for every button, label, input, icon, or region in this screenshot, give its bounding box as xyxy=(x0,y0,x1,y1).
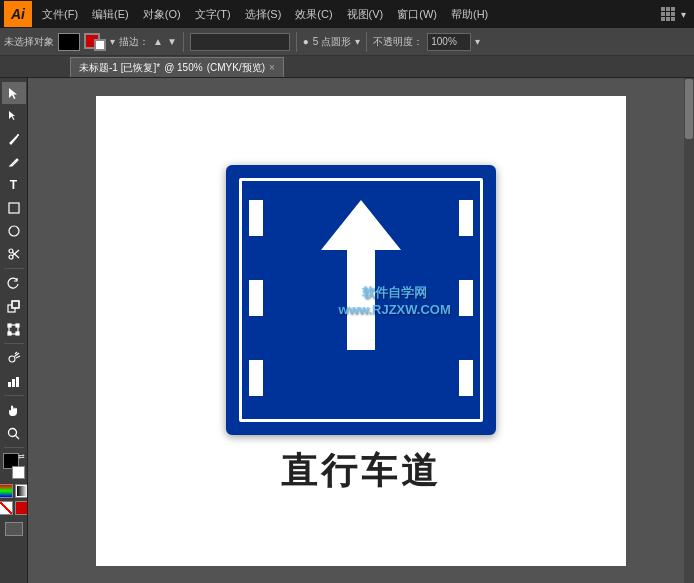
stroke-indicator[interactable] xyxy=(84,33,106,51)
tool-separator-1 xyxy=(4,268,24,269)
tool-separator-4 xyxy=(4,447,24,448)
svg-line-21 xyxy=(15,352,17,354)
ellipse-tool[interactable] xyxy=(2,220,26,242)
screen-mode-icon[interactable] xyxy=(5,522,23,536)
tab-colormode: (CMYK/预览) xyxy=(207,61,265,75)
document-canvas: 软件自学网 www.RJZXW.COM 直行车道 xyxy=(96,96,626,566)
svg-rect-11 xyxy=(12,301,19,308)
main-layout: T xyxy=(0,78,694,583)
point-dropdown[interactable]: ▾ xyxy=(355,36,360,47)
symbol-sprayer-tool[interactable] xyxy=(2,347,26,369)
type-tool[interactable]: T xyxy=(2,174,26,196)
toolbar-divider-3 xyxy=(366,32,367,52)
svg-rect-14 xyxy=(8,324,11,327)
gradient-icon[interactable] xyxy=(15,484,29,498)
color-swatches: ⇄ xyxy=(2,453,26,479)
svg-marker-1 xyxy=(9,111,15,120)
stroke-label: 描边： xyxy=(119,35,149,49)
svg-line-20 xyxy=(16,356,20,358)
scrollbar-thumb[interactable] xyxy=(685,79,693,139)
dash-right-2 xyxy=(459,280,473,316)
hand-tool[interactable] xyxy=(2,399,26,421)
tab-bar: 未标题-1 [已恢复]* @ 150% (CMYK/预览) × xyxy=(0,56,694,78)
none-color-icon[interactable] xyxy=(0,501,13,515)
stroke-up-arrow[interactable]: ▲ xyxy=(153,36,163,47)
fill-color-swatch[interactable] xyxy=(58,33,80,51)
tab-filename: 未标题-1 [已恢复]* xyxy=(79,61,160,75)
opacity-input[interactable] xyxy=(427,33,471,51)
color-mode-buttons xyxy=(0,484,28,498)
dash-right-3 xyxy=(459,360,473,396)
zoom-tool[interactable] xyxy=(2,422,26,444)
column-graph-tool[interactable] xyxy=(2,370,26,392)
toolbar-divider-2 xyxy=(296,32,297,52)
dropdown-arrow-workspace[interactable]: ▾ xyxy=(681,9,686,20)
menu-help[interactable]: 帮助(H) xyxy=(445,5,494,24)
svg-point-25 xyxy=(9,428,17,436)
canvas-area: 软件自学网 www.RJZXW.COM 直行车道 xyxy=(28,78,694,583)
svg-line-3 xyxy=(16,160,17,161)
arrow-head xyxy=(321,200,401,250)
menu-effect[interactable]: 效果(C) xyxy=(289,5,338,24)
object-status-label: 未选择对象 xyxy=(4,35,54,49)
svg-rect-16 xyxy=(8,332,11,335)
app-logo: Ai xyxy=(4,1,32,27)
sign-title: 直行车道 xyxy=(281,447,441,496)
menu-object[interactable]: 对象(O) xyxy=(137,5,187,24)
point-size-label: 5 点圆形 xyxy=(313,35,351,49)
point-label: ● xyxy=(303,36,309,47)
scale-tool[interactable] xyxy=(2,295,26,317)
free-transform-tool[interactable] xyxy=(2,318,26,340)
menu-bar: 文件(F) 编辑(E) 对象(O) 文字(T) 选择(S) 效果(C) 视图(V… xyxy=(36,5,661,24)
svg-point-2 xyxy=(17,134,19,136)
menu-edit[interactable]: 编辑(E) xyxy=(86,5,135,24)
rectangle-tool[interactable] xyxy=(2,197,26,219)
rotate-tool[interactable] xyxy=(2,272,26,294)
red-indicator[interactable] xyxy=(15,501,29,515)
direct-selection-tool[interactable] xyxy=(2,105,26,127)
svg-line-26 xyxy=(16,435,20,439)
opacity-dropdown[interactable]: ▾ xyxy=(475,36,480,47)
svg-rect-22 xyxy=(8,382,11,387)
tool-separator-2 xyxy=(4,343,24,344)
menu-select[interactable]: 选择(S) xyxy=(239,5,288,24)
svg-rect-24 xyxy=(16,377,19,387)
dash-left-2 xyxy=(249,280,263,316)
menu-view[interactable]: 视图(V) xyxy=(341,5,390,24)
dropdown-arrow-fill[interactable]: ▾ xyxy=(110,36,115,47)
document-tab[interactable]: 未标题-1 [已恢复]* @ 150% (CMYK/预览) × xyxy=(70,57,284,77)
menu-window[interactable]: 窗口(W) xyxy=(391,5,443,24)
svg-point-18 xyxy=(9,356,15,362)
svg-rect-23 xyxy=(12,379,15,387)
tab-zoom: @ 150% xyxy=(164,62,203,73)
svg-rect-4 xyxy=(9,203,19,213)
direction-arrow xyxy=(321,200,401,350)
vertical-scrollbar[interactable] xyxy=(684,78,694,583)
dash-left-1 xyxy=(249,200,263,236)
menu-text[interactable]: 文字(T) xyxy=(189,5,237,24)
selection-tool[interactable] xyxy=(2,82,26,104)
scissors-tool[interactable] xyxy=(2,243,26,265)
options-toolbar: 未选择对象 ▾ 描边： ▲ ▼ ● 5 点圆形 ▾ 不透明度： ▾ xyxy=(0,28,694,56)
toolbar-divider-1 xyxy=(183,32,184,52)
svg-point-5 xyxy=(9,226,19,236)
road-sign-container: 软件自学网 www.RJZXW.COM 直行车道 xyxy=(226,165,496,496)
menu-file[interactable]: 文件(F) xyxy=(36,5,84,24)
background-color[interactable] xyxy=(12,466,25,479)
svg-rect-15 xyxy=(16,324,19,327)
stroke-down-arrow[interactable]: ▼ xyxy=(167,36,177,47)
tab-close-button[interactable]: × xyxy=(269,62,275,73)
title-bar: Ai 文件(F) 编辑(E) 对象(O) 文字(T) 选择(S) 效果(C) 视… xyxy=(0,0,694,28)
pen-tool[interactable] xyxy=(2,128,26,150)
color-mode-icon[interactable] xyxy=(0,484,13,498)
screen-mode-buttons xyxy=(5,522,23,536)
workspace-switcher[interactable] xyxy=(661,7,675,21)
svg-marker-0 xyxy=(9,88,17,99)
arrow-stem xyxy=(347,250,375,350)
brush-preset-input[interactable] xyxy=(190,33,290,51)
svg-rect-17 xyxy=(16,332,19,335)
left-toolbar: T xyxy=(0,78,28,583)
swap-colors-icon[interactable]: ⇄ xyxy=(18,453,25,461)
pencil-tool[interactable] xyxy=(2,151,26,173)
road-sign: 软件自学网 www.RJZXW.COM xyxy=(226,165,496,435)
